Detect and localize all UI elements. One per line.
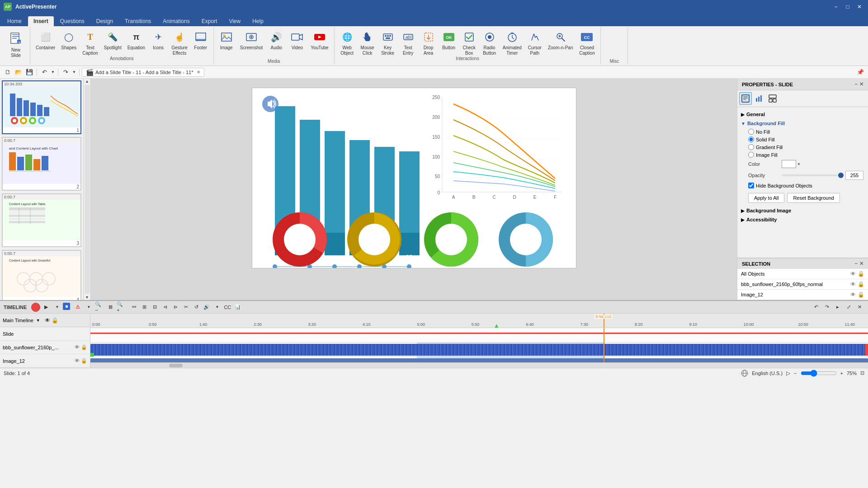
opacity-value[interactable]: 255 [845,171,863,180]
spotlight-button[interactable]: 🔦 Spotlight [101,28,124,52]
tab-home[interactable]: Home [2,16,27,26]
accessibility-header[interactable]: ▶ Accessibility [740,215,865,224]
lock-icon-all[interactable]: 🔒 [858,271,864,277]
prop-tab-slide[interactable] [739,92,752,105]
close-button[interactable]: ✕ [854,3,864,11]
web-object-button[interactable]: 🌐 WebObject [337,28,357,58]
tl-zoom-out-button[interactable]: 🔍− [94,303,104,312]
vscroll-up[interactable]: ▲ [85,79,90,84]
tl-group-button[interactable]: ⊞ [139,303,149,312]
mouse-click-button[interactable]: MouseClick [358,28,377,58]
tl-undo-button[interactable]: ↶ [811,303,821,312]
button-button[interactable]: OK Button [439,28,459,52]
key-stroke-button[interactable]: KeyStroke [378,28,398,58]
check-box-button[interactable]: CheckBox [459,28,479,58]
track-visibility-toggle[interactable]: 👁 [45,317,50,324]
lock-icon-img12[interactable]: 🔒 [858,291,864,298]
properties-minimize[interactable]: − [855,81,858,87]
cursor-path-button[interactable]: CursorPath [525,28,545,58]
timeline-dropdown-arrow[interactable]: ▼ [36,318,40,323]
hide-background-checkbox[interactable] [748,183,754,188]
prop-tab-layout[interactable] [766,92,779,105]
image12-visibility-icon[interactable]: 👁 [75,358,80,364]
new-slide-button[interactable]: + NewSlide [4,28,28,61]
tab-transitions[interactable]: Transitions [119,16,156,26]
active-file-tab[interactable]: 🎬 Add a Slide Title - 11 - Add a Slide T… [82,68,204,77]
no-fill-radio[interactable] [748,129,754,135]
zoom-out-icon[interactable]: − [794,371,797,376]
tl-close-button[interactable]: ✕ [854,303,864,312]
tl-crop-end-button[interactable]: ⊳ [170,303,180,312]
bbb-audio-waveform[interactable] [90,344,868,356]
bbb-visibility-icon[interactable]: 👁 [75,344,80,350]
maximize-button[interactable]: □ [843,3,853,11]
tab-help[interactable]: Help [247,16,269,26]
radio-button-button[interactable]: RadioButton [480,28,500,58]
audio-button[interactable]: 🔊 Audio [266,28,286,52]
open-file-toolbar-button[interactable]: 📂 [14,67,24,77]
prop-tab-chart[interactable] [753,92,765,105]
tab-questions[interactable]: Questions [55,16,90,26]
bbb-lock-icon[interactable]: 🔒 [81,344,87,350]
slide-thumbnail-2[interactable]: 0:00.7 and Content Layout with Chart 2 [2,137,81,191]
color-dropdown-arrow[interactable]: ▼ [797,162,801,166]
visibility-icon-bbb[interactable]: 👁 [850,281,856,287]
tl-crop-start-button[interactable]: ⊲ [160,303,170,312]
redo-toolbar-button[interactable]: ↷ [61,67,71,77]
file-tab-close[interactable]: ✕ [197,70,200,75]
tab-animations[interactable]: Animations [157,16,195,26]
vscroll-thumb[interactable] [85,85,90,294]
opacity-slider[interactable] [782,174,844,176]
selection-item-image-12[interactable]: Image_12 👁 🔒 [737,290,868,300]
video-button[interactable]: Video [287,28,307,52]
lock-icon-bbb[interactable]: 🔒 [858,281,864,287]
container-button[interactable]: ⬜ Container [33,28,58,52]
image-button[interactable]: Image [217,28,236,52]
tl-zoom-fit-button[interactable]: ⊠ [105,303,115,312]
undo-arrow[interactable]: ▼ [50,67,56,77]
tl-stop-button[interactable]: ■ [63,303,70,310]
properties-close[interactable]: ✕ [859,81,863,87]
closed-caption-button[interactable]: CC ClosedCaption [576,28,598,58]
tl-captions-button[interactable]: CC [222,303,232,312]
selection-minimize[interactable]: − [855,261,858,267]
track-lock-toggle[interactable]: 🔒 [52,317,58,324]
canvas-scroll[interactable]: 30 45 60 75 85 [91,79,737,300]
tl-trim-button[interactable]: ✂ [181,303,191,312]
present-button[interactable]: ▷ [786,370,790,376]
shapes-button[interactable]: ◯ Shapes [58,28,79,52]
slide-thumbnail-4[interactable]: 0:00.7 Content Layout with SmartArt 4 [2,250,81,300]
reset-background-button[interactable]: Reset Background [787,193,840,203]
tl-play-button[interactable]: ▶ [41,303,51,312]
background-image-header[interactable]: ▶ Background Image [740,206,865,215]
slide-thumbnail-1[interactable]: 10:34.333 [2,80,81,134]
tl-alert-button[interactable]: ⚠ [73,303,83,312]
tab-export[interactable]: Export [196,16,223,26]
tl-split-button[interactable]: ⚯ [129,303,139,312]
redo-arrow[interactable]: ▼ [71,67,77,77]
undo-toolbar-button[interactable]: ↶ [39,67,49,77]
tl-zoom-in-button[interactable]: 🔍+ [116,303,126,312]
general-section-header[interactable]: ▶ General [740,110,865,119]
gesture-effects-button[interactable]: ☝ GestureEffects [169,28,190,58]
timeline-hscroll[interactable] [90,362,868,368]
footer-button[interactable]: Footer [191,28,211,52]
minimize-button[interactable]: − [831,3,841,11]
solid-fill-radio[interactable] [748,136,754,142]
zoom-in-icon[interactable]: + [840,371,843,376]
save-toolbar-button[interactable]: 💾 [24,67,34,77]
hscroll-thumb[interactable] [169,364,183,367]
tl-alert-dropdown[interactable]: ▼ [84,303,94,312]
selection-item-all-objects[interactable]: All Objects 👁 🔒 [737,269,868,279]
animated-timer-button[interactable]: AnimatedTimer [500,28,524,58]
fit-page-button[interactable]: ⊡ [860,370,864,376]
text-entry-button[interactable]: ab| TextEntry [398,28,418,58]
color-swatch[interactable] [782,160,796,168]
image-fill-radio[interactable] [748,152,754,158]
visibility-icon-all[interactable]: 👁 [850,271,856,277]
tl-ungroup-button[interactable]: ⊟ [150,303,160,312]
visibility-icon-img12[interactable]: 👁 [850,291,856,298]
gradient-fill-radio[interactable] [748,144,754,150]
icons-button[interactable]: ✈ Icons [148,28,168,52]
selection-item-bbb-sunflower[interactable]: bbb_sunflower_2160p_60fps_normal 👁 🔒 [737,279,868,290]
